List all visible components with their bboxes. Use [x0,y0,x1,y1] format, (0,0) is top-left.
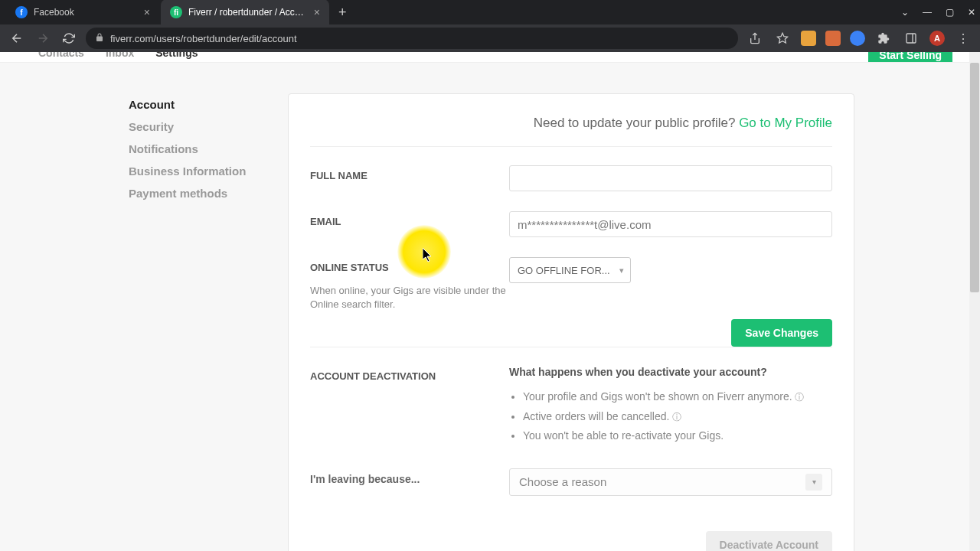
reason-label: I'm leaving because... [310,468,509,485]
email-input[interactable] [509,211,832,237]
vertical-scrollbar[interactable] [969,52,980,551]
facebook-icon: f [15,6,28,18]
profile-hint-text: Need to update your public profile? [534,116,736,130]
tab-facebook[interactable]: f Facebook × [6,0,159,25]
lock-icon [95,33,104,44]
full-name-label: FULL NAME [310,165,509,181]
page-body: Contacts Inbox Settings Start Selling Ac… [0,52,980,551]
reload-icon[interactable] [60,29,78,47]
window-controls: ⌄ ― ▢ ✕ [901,7,980,18]
list-item: You won't be able to re-activate your Gi… [523,426,832,445]
browser-tabbar: f Facebook × fi Fiverr / robertdunder / … [0,0,980,24]
settings-sidebar: Account Security Notifications Business … [129,93,251,551]
sidebar-item-payment[interactable]: Payment methods [129,182,251,204]
info-icon[interactable]: ⓘ [795,392,804,403]
chevron-down-icon[interactable]: ⌄ [901,7,909,18]
maximize-icon[interactable]: ▢ [946,7,954,18]
sidebar-item-account[interactable]: Account [129,93,251,116]
minimize-icon[interactable]: ― [923,7,932,18]
extension-icon[interactable] [801,31,816,46]
star-icon[interactable] [773,29,792,47]
sidebar-item-notifications[interactable]: Notifications [129,138,251,160]
back-icon[interactable] [8,29,26,47]
start-selling-button[interactable]: Start Selling [868,52,952,63]
info-icon[interactable]: ⓘ [672,412,681,422]
extension-icon[interactable] [850,31,865,46]
forward-icon[interactable] [34,29,52,47]
site-top-nav: Contacts Inbox Settings Start Selling [0,52,980,63]
deactivation-question: What happens when you deactivate your ac… [509,366,832,378]
extension-icon[interactable] [825,31,841,46]
save-changes-button[interactable]: Save Changes [731,319,832,347]
account-panel: Need to update your public profile? Go t… [288,93,854,551]
deactivate-account-button[interactable]: Deactivate Account [706,531,832,551]
my-profile-link[interactable]: Go to My Profile [739,116,832,130]
url-text: fiverr.com/users/robertdunder/edit/accou… [110,33,297,44]
profile-avatar[interactable]: A [929,31,945,46]
deactivation-label: ACCOUNT DEACTIVATION [310,366,509,382]
nav-contacts[interactable]: Contacts [38,52,84,59]
online-status-sub: When online, your Gigs are visible under… [310,284,509,311]
sidebar-item-business[interactable]: Business Information [129,160,251,182]
extensions-icon[interactable] [874,29,893,47]
scrollbar-thumb[interactable] [970,63,979,292]
fiverr-icon: fi [170,6,182,18]
close-icon[interactable]: × [144,6,150,18]
online-status-select[interactable]: GO OFFLINE FOR... [509,257,631,283]
tab-title: Fiverr / robertdunder / Account [188,7,308,18]
menu-icon[interactable]: ⋮ [954,29,972,47]
deactivation-list: Your profile and Gigs won't be shown on … [509,387,832,445]
sidebar-item-security[interactable]: Security [129,116,251,138]
extension-icons: A ⋮ [746,29,972,47]
close-window-icon[interactable]: ✕ [968,7,975,18]
close-icon[interactable]: × [314,6,320,18]
share-icon[interactable] [746,29,764,47]
list-item: Active orders will be cancelled. ⓘ [523,407,832,426]
nav-settings[interactable]: Settings [155,52,198,59]
nav-inbox[interactable]: Inbox [106,52,134,59]
email-label: EMAIL [310,211,509,227]
reason-select[interactable]: Choose a reason [509,468,832,496]
svg-rect-1 [906,34,916,43]
svg-marker-0 [777,33,787,43]
tab-title: Facebook [34,7,138,18]
online-status-label: ONLINE STATUS When online, your Gigs are… [310,257,509,311]
tab-fiverr[interactable]: fi Fiverr / robertdunder / Account × [161,0,329,25]
url-input[interactable]: fiverr.com/users/robertdunder/edit/accou… [86,28,738,49]
address-bar: fiverr.com/users/robertdunder/edit/accou… [0,24,980,52]
new-tab-button[interactable]: + [331,0,354,25]
sidepanel-icon[interactable] [902,29,920,47]
full-name-input[interactable] [509,165,832,191]
list-item: Your profile and Gigs won't be shown on … [523,387,832,406]
profile-hint: Need to update your public profile? Go t… [310,116,832,147]
divider [310,347,832,347]
